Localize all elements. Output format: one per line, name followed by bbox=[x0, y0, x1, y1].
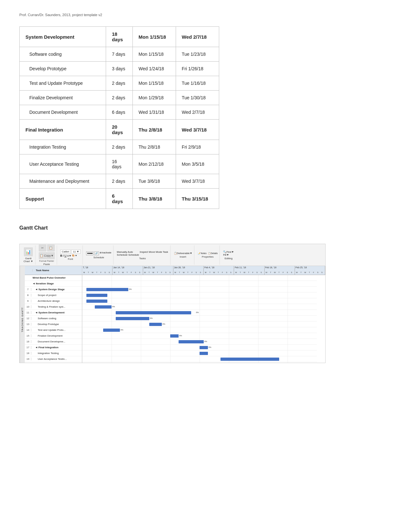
table-row: Support6 daysThu 3/8/18Thu 3/15/18 bbox=[20, 189, 219, 209]
gantt-chart-row: 0% bbox=[82, 345, 317, 350]
gantt-chart-row: 0% bbox=[82, 339, 317, 345]
gantt-row: 20Maintenance and Depl... bbox=[25, 362, 82, 363]
gantt-body: TRACKING GANTT Task Name Wrist Band Puls… bbox=[20, 266, 325, 363]
gantt-chart-row: 0% bbox=[82, 333, 317, 339]
table-row: Integration Testing2 daysThu 2/8/18Fri 2… bbox=[20, 140, 219, 154]
gantt-row: 19User Acceptance Testin... bbox=[25, 356, 82, 362]
gantt-row: 10Testing & Finalize syst... bbox=[25, 304, 82, 310]
gantt-chart-row bbox=[82, 350, 317, 356]
table-row: System Development18 daysMon 1/15/18Wed … bbox=[20, 27, 219, 47]
gantt-row: 12Software coding bbox=[25, 316, 82, 321]
gantt-chart-row: 0% bbox=[82, 287, 317, 292]
gantt-row: 16Document Developme... bbox=[25, 339, 82, 345]
gantt-side-label: TRACKING GANTT bbox=[20, 266, 25, 363]
page-header: Prof. Curran/Dr. Saunders, 2013, project… bbox=[19, 13, 392, 17]
gantt-right-panel: T, '18MTWTFSSJan 14, '18MTWTFSSJan-21, '… bbox=[82, 266, 325, 363]
table-row: Develop Prototype3 daysWed 1/24/18Fri 1/… bbox=[20, 62, 219, 76]
gantt-chart: 📊 GanttChart ▼ ✂ 📋 📋 Copy▼ Format Painte… bbox=[19, 244, 326, 363]
gantt-row: 8Scope of project bbox=[25, 292, 82, 298]
gantt-row: ◄ Iteration Stage bbox=[25, 281, 82, 287]
gantt-row: 11◄ System Development bbox=[25, 310, 82, 316]
table-row: Test and Update Prototype2 daysMon 1/15/… bbox=[20, 76, 219, 91]
gantt-chart-row: 0% bbox=[82, 316, 317, 321]
table-row: Finalize Development2 daysMon 1/29/18Tue… bbox=[20, 91, 219, 105]
table-row: Final Integration20 daysThu 2/8/18Wed 3/… bbox=[20, 120, 219, 140]
gantt-chart-row bbox=[82, 275, 317, 281]
gantt-title: Gantt Chart bbox=[19, 225, 392, 231]
gantt-chart-row bbox=[82, 292, 317, 298]
gantt-row: 7◄ System Design Stage bbox=[25, 287, 82, 292]
gantt-toolbar: 📊 GanttChart ▼ ✂ 📋 📋 Copy▼ Format Painte… bbox=[20, 244, 325, 266]
gantt-chart-row: 0% bbox=[82, 304, 317, 310]
gantt-chart-row bbox=[82, 362, 317, 363]
table-row: Maintenance and Deployment2 daysTue 3/6/… bbox=[20, 174, 219, 189]
project-table: System Development18 daysMon 1/15/18Wed … bbox=[19, 26, 219, 209]
gantt-row: 17◄ Final Integration bbox=[25, 345, 82, 350]
gantt-row: 18Integration Testing bbox=[25, 350, 82, 356]
table-row: Software coding7 daysMon 1/15/18Tue 1/23… bbox=[20, 47, 219, 62]
gantt-row: 13Develop Prototype bbox=[25, 321, 82, 327]
gantt-chart-row bbox=[82, 298, 317, 304]
gantt-chart-row bbox=[82, 356, 317, 362]
gantt-row: 15Finalize Development bbox=[25, 333, 82, 339]
gantt-left-panel: Task Name Wrist Band Pulse Oximeter◄ Ite… bbox=[25, 266, 82, 363]
gantt-row: 9Architecture design bbox=[25, 298, 82, 304]
table-row: Document Development6 daysWed 1/31/18Wed… bbox=[20, 105, 219, 120]
table-row: User Acceptance Testing16 daysMon 2/12/1… bbox=[20, 154, 219, 174]
gantt-row: 14Test and Update Proto... bbox=[25, 327, 82, 333]
gantt-chart-row bbox=[82, 281, 317, 287]
gantt-chart-row: 0% bbox=[82, 321, 317, 327]
gantt-chart-row: 0% bbox=[82, 327, 317, 333]
gantt-chart-row: 0% bbox=[82, 310, 317, 316]
gantt-row: Wrist Band Pulse Oximeter bbox=[25, 275, 82, 281]
